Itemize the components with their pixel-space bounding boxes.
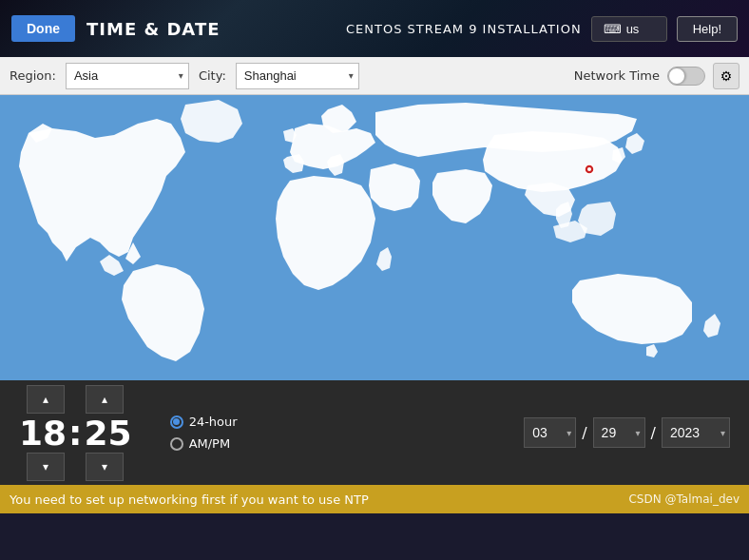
- header-left: Done TIME & DATE: [11, 15, 220, 42]
- region-label: Region:: [10, 68, 56, 83]
- year-select-wrapper: 202220232024 ▾: [662, 417, 730, 448]
- hours-up-button[interactable]: ▴: [27, 385, 65, 414]
- time-controls: ▴▴18:25▾▾ 24-hour AM/PM 010203 040506 07…: [0, 380, 749, 485]
- world-map-container[interactable]: [0, 95, 749, 380]
- status-watermark: CSDN @Talmai_dev: [628, 492, 739, 506]
- city-select[interactable]: Shanghai Beijing Tokyo Seoul: [236, 63, 359, 89]
- page-title: TIME & DATE: [86, 19, 220, 39]
- network-time-toggle[interactable]: [667, 67, 705, 86]
- toggle-knob: [668, 68, 685, 85]
- controls-bar: Region: Asia Europe America Africa Pacif…: [0, 57, 749, 95]
- radio-24h: [170, 415, 183, 429]
- city-label: City:: [199, 68, 226, 83]
- radio-24h-inner: [173, 418, 180, 425]
- date-separator-2: /: [651, 424, 656, 442]
- region-select[interactable]: Asia Europe America Africa Pacific: [66, 63, 189, 89]
- svg-point-2: [587, 167, 591, 171]
- hours-down-button[interactable]: ▾: [27, 453, 65, 481]
- status-bar: You need to set up networking first if y…: [0, 485, 749, 513]
- keyboard-button[interactable]: ⌨ us: [591, 16, 667, 42]
- ntp-settings-button[interactable]: ⚙: [713, 63, 739, 89]
- city-select-wrapper: Shanghai Beijing Tokyo Seoul ▾: [236, 63, 359, 89]
- done-button[interactable]: Done: [11, 15, 75, 42]
- day-select-wrapper: 010215293031 ▾: [593, 417, 645, 448]
- format-24h-option[interactable]: 24-hour: [170, 415, 238, 429]
- time-format-section: 24-hour AM/PM: [170, 415, 238, 451]
- help-button[interactable]: Help!: [677, 16, 738, 42]
- month-select-wrapper: 010203 040506 070809 101112 ▾: [524, 417, 576, 448]
- keyboard-lang: us: [626, 22, 640, 36]
- network-time-section: Network Time ⚙: [574, 63, 739, 89]
- header: Done TIME & DATE CENTOS STREAM 9 INSTALL…: [0, 0, 749, 57]
- minutes-up-button[interactable]: ▴: [86, 385, 124, 414]
- time-spinners: ▴▴18:25▾▾: [19, 385, 132, 481]
- format-ampm-option[interactable]: AM/PM: [170, 436, 238, 451]
- install-title: CENTOS STREAM 9 INSTALLATION: [346, 22, 582, 36]
- network-time-label: Network Time: [574, 68, 660, 83]
- radio-ampm: [170, 437, 183, 451]
- format-24h-label: 24-hour: [189, 415, 238, 429]
- format-ampm-label: AM/PM: [189, 436, 231, 451]
- gear-icon: ⚙: [720, 68, 733, 84]
- world-map-svg: [0, 95, 749, 380]
- date-section: 010203 040506 070809 101112 ▾ / 01021529…: [524, 417, 730, 448]
- month-select[interactable]: 010203 040506 070809 101112: [524, 417, 576, 448]
- status-message: You need to set up networking first if y…: [10, 492, 369, 507]
- day-select[interactable]: 010215293031: [593, 417, 645, 448]
- region-select-wrapper: Asia Europe America Africa Pacific ▾: [66, 63, 189, 89]
- date-separator-1: /: [582, 424, 586, 442]
- keyboard-icon: ⌨: [604, 22, 622, 36]
- header-right: CENTOS STREAM 9 INSTALLATION ⌨ us Help!: [346, 16, 738, 42]
- minutes-down-button[interactable]: ▾: [86, 453, 124, 481]
- year-select[interactable]: 202220232024: [662, 417, 730, 448]
